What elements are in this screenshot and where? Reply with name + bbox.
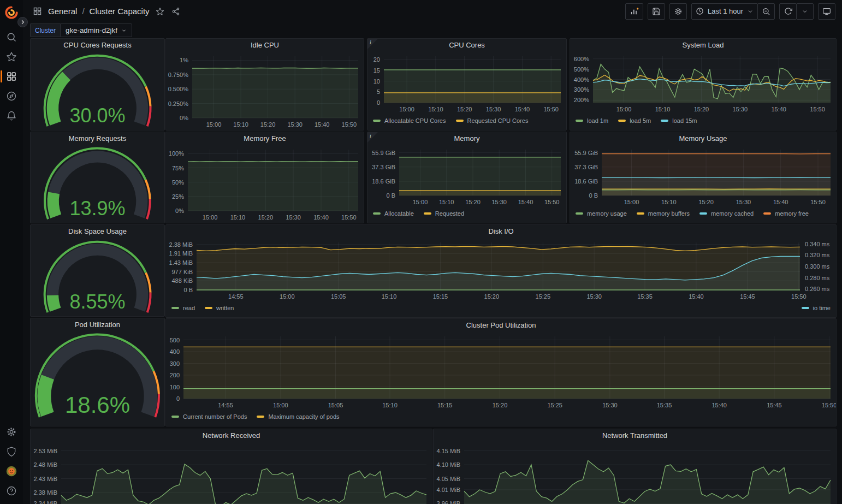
refresh-button[interactable]	[779, 3, 797, 20]
variable-value-dropdown[interactable]: gke-admin-d2jkf	[60, 23, 132, 37]
panel-title[interactable]: Idle CPU	[166, 39, 364, 52]
cpu-cores-requests-gauge[interactable]: 30.0%	[31, 52, 164, 130]
legend-item[interactable]: memory buffers	[637, 210, 690, 217]
legend-series-color	[373, 120, 381, 122]
sidebar-expand-button[interactable]	[17, 17, 28, 27]
legend-item[interactable]: load 15m	[661, 117, 697, 124]
cpu-cores-chart[interactable]: 0510152015:0015:1015:2015:3015:4015:50	[367, 52, 566, 115]
idle-cpu-chart[interactable]: 0%0.250%0.500%0.750%1%15:0015:1015:2015:…	[166, 52, 364, 130]
panel-title[interactable]: System Load	[570, 39, 836, 52]
legend-item[interactable]: Current number of Pods	[171, 413, 247, 420]
legend-item[interactable]: memory free	[763, 210, 809, 217]
legend-item[interactable]: Requested CPU Cores	[456, 117, 529, 124]
legend-series-color	[802, 307, 809, 309]
legend-item[interactable]: load 1m	[576, 117, 608, 124]
svg-text:488 KiB: 488 KiB	[171, 277, 193, 284]
save-dashboard-button[interactable]	[648, 3, 665, 20]
panel-title[interactable]: Disk Space Usage	[31, 225, 164, 238]
dashboard-settings-button[interactable]	[669, 3, 687, 20]
svg-text:25%: 25%	[172, 193, 184, 200]
monitor-icon	[822, 7, 831, 16]
legend-item[interactable]: read	[171, 305, 195, 311]
sidebar-alerting-button[interactable]	[0, 106, 23, 126]
legend-series-color	[424, 212, 431, 215]
chart-legend: memory usagememory buffersmemory cachedm…	[570, 207, 836, 223]
refresh-interval-dropdown[interactable]	[796, 3, 814, 20]
legend-item[interactable]: Maximum capacity of pods	[257, 413, 339, 420]
panel-memory-requests: Memory Requests 13.9%	[30, 132, 165, 223]
sidebar-search-button[interactable]	[0, 27, 23, 47]
network-received-chart[interactable]: 2.34 MiB2.38 MiB2.43 MiB2.48 MiB2.53 MiB	[31, 442, 432, 504]
breadcrumb-section[interactable]: General	[48, 7, 77, 16]
breadcrumb-title[interactable]: Cluster Capacity	[90, 7, 150, 16]
sidebar-server-admin-button[interactable]	[0, 442, 23, 461]
legend-item[interactable]: memory cached	[699, 210, 754, 217]
sidebar-configuration-button[interactable]	[0, 422, 23, 442]
panel-title[interactable]: Memory	[367, 132, 566, 145]
svg-text:3.96 MiB: 3.96 MiB	[437, 500, 460, 504]
sidebar-starred-button[interactable]	[0, 47, 23, 67]
svg-text:15:30: 15:30	[287, 121, 303, 128]
memory-free-chart[interactable]: 0%25%50%75%100%15:0015:1015:2015:3015:40…	[166, 145, 364, 223]
memory-chart[interactable]: 0 B18.6 GiB37.3 GiB55.9 GiB15:0015:1015:…	[367, 145, 566, 207]
panel-title[interactable]: Cluster Pod Utilization	[166, 319, 836, 332]
sidebar-dashboards-button[interactable]	[0, 67, 23, 86]
legend-series-label: Maximum capacity of pods	[268, 413, 339, 420]
legend-item[interactable]: load 5m	[618, 117, 651, 124]
panel-title[interactable]: Disk I/O	[166, 225, 836, 238]
svg-text:15:10: 15:10	[428, 106, 443, 112]
svg-text:15:10: 15:10	[233, 121, 248, 128]
star-dashboard-button[interactable]	[155, 6, 165, 17]
cluster-pod-utilization-chart[interactable]: 010020030040050014:5515:0015:0515:1015:1…	[166, 332, 836, 411]
sidebar-bottom-nav	[0, 422, 23, 501]
panel-title[interactable]: Network Received	[31, 429, 432, 442]
legend-series-label: Allocatable CPU Cores	[384, 117, 446, 124]
legend-item[interactable]: Requested	[424, 210, 464, 217]
panel-title[interactable]: CPU Cores Requests	[31, 39, 164, 52]
grafana-logo-icon[interactable]	[4, 5, 19, 20]
memory-requests-gauge[interactable]: 13.9%	[31, 145, 164, 223]
pod-utilization-gauge[interactable]: 18.6%	[31, 331, 164, 426]
zoom-out-time-button[interactable]	[757, 3, 775, 20]
share-dashboard-button[interactable]	[170, 6, 181, 17]
sidebar-help-button[interactable]	[0, 481, 23, 501]
system-load-chart[interactable]: 200%300%400%500%600%15:0015:1015:2015:30…	[570, 52, 836, 115]
panel-title[interactable]: Memory Free	[166, 132, 364, 145]
svg-text:37.3 GiB: 37.3 GiB	[574, 164, 598, 170]
disk-space-usage-gauge[interactable]: 8.55%	[31, 238, 164, 316]
svg-text:15:50: 15:50	[791, 293, 807, 300]
memory-usage-chart[interactable]: 0 B18.6 GiB37.3 GiB55.9 GiB15:0015:1015:…	[570, 145, 836, 207]
panel-title[interactable]: CPU Cores	[367, 39, 566, 52]
time-picker-button[interactable]: Last 1 hour	[691, 3, 758, 20]
panel-title[interactable]: Memory Requests	[31, 132, 164, 145]
legend-series-color	[637, 212, 644, 215]
panel-title[interactable]: Memory Usage	[570, 132, 836, 145]
svg-text:0.280 ms: 0.280 ms	[805, 275, 830, 281]
svg-text:400%: 400%	[574, 76, 589, 83]
svg-text:15:30: 15:30	[491, 199, 507, 205]
panel-title[interactable]: Network Transmitted	[434, 429, 836, 442]
legend-item[interactable]: memory usage	[576, 210, 627, 217]
user-avatar	[5, 465, 17, 477]
sidebar-user-button[interactable]	[0, 461, 23, 481]
svg-text:15:10: 15:10	[655, 106, 671, 112]
panel-title[interactable]: Pod Utilization	[31, 318, 164, 331]
svg-text:4.01 MiB: 4.01 MiB	[437, 487, 460, 493]
legend-item[interactable]: written	[205, 305, 234, 311]
panel-info-icon[interactable]: i	[367, 39, 378, 49]
panel-cluster-pod-utilization: Cluster Pod Utilization 0100200300400500…	[165, 318, 837, 426]
svg-text:15:50: 15:50	[810, 106, 825, 112]
sidebar-explore-button[interactable]	[0, 86, 23, 106]
disk-io-chart[interactable]: 0 B488 KiB977 KiB1.43 MiB1.91 MiB2.38 Mi…	[166, 238, 836, 302]
svg-text:100: 100	[170, 384, 180, 390]
variable-label: Cluster	[30, 23, 60, 37]
legend-item[interactable]: io time	[802, 305, 831, 311]
network-transmitted-chart[interactable]: 3.96 MiB4.01 MiB4.05 MiB4.10 MiB4.15 MiB	[434, 442, 836, 504]
cycle-view-mode-button[interactable]	[818, 3, 835, 20]
legend-item[interactable]: Allocatable CPU Cores	[373, 117, 446, 124]
legend-series-label: memory cached	[711, 210, 754, 217]
legend-item[interactable]: Allocatable	[373, 210, 414, 217]
add-panel-button[interactable]	[625, 3, 643, 20]
svg-text:0%: 0%	[175, 207, 184, 214]
panel-info-icon[interactable]: i	[367, 132, 378, 143]
